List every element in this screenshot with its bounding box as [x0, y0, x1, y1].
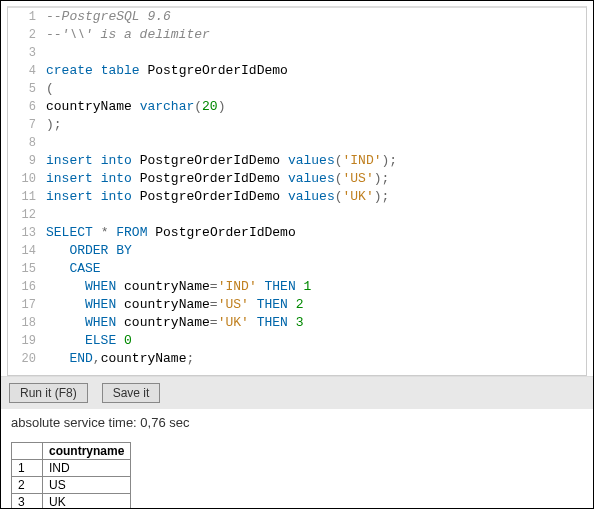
run-button[interactable]: Run it (F8) — [9, 383, 88, 403]
toolbar: Run it (F8) Save it — [1, 376, 593, 409]
code-line[interactable]: 18 WHEN countryName='UK' THEN 3 — [8, 314, 586, 332]
cell: IND — [43, 460, 131, 477]
table-row: 1IND — [12, 460, 131, 477]
save-button[interactable]: Save it — [102, 383, 161, 403]
line-number: 2 — [8, 26, 42, 44]
line-number: 1 — [8, 8, 42, 26]
code-line[interactable]: 14 ORDER BY — [8, 242, 586, 260]
code-content[interactable]: ); — [42, 116, 586, 134]
code-content[interactable]: countryName varchar(20) — [42, 98, 586, 116]
line-number: 17 — [8, 296, 42, 314]
code-line[interactable]: 11insert into PostgreOrderIdDemo values(… — [8, 188, 586, 206]
code-editor[interactable]: 1--PostgreSQL 9.62--'\\' is a delimiter3… — [7, 6, 587, 376]
line-number: 19 — [8, 332, 42, 350]
line-number: 15 — [8, 260, 42, 278]
line-number: 5 — [8, 80, 42, 98]
code-content[interactable]: insert into PostgreOrderIdDemo values('I… — [42, 152, 586, 170]
code-content[interactable]: WHEN countryName='US' THEN 2 — [42, 296, 586, 314]
code-line[interactable]: 12 — [8, 206, 586, 224]
code-content[interactable]: insert into PostgreOrderIdDemo values('U… — [42, 188, 586, 206]
rownum-header — [12, 443, 43, 460]
table-row: 3UK — [12, 494, 131, 510]
code-line[interactable]: 10insert into PostgreOrderIdDemo values(… — [8, 170, 586, 188]
code-line[interactable]: 8 — [8, 134, 586, 152]
line-number: 20 — [8, 350, 42, 368]
code-line[interactable]: 15 CASE — [8, 260, 586, 278]
code-line[interactable]: 9insert into PostgreOrderIdDemo values('… — [8, 152, 586, 170]
line-number: 4 — [8, 62, 42, 80]
code-line[interactable]: 3 — [8, 44, 586, 62]
code-content[interactable]: ELSE 0 — [42, 332, 586, 350]
line-number: 7 — [8, 116, 42, 134]
line-number: 3 — [8, 44, 42, 62]
code-line[interactable]: 13SELECT * FROM PostgreOrderIdDemo — [8, 224, 586, 242]
code-line[interactable]: 4create table PostgreOrderIdDemo — [8, 62, 586, 80]
code-content[interactable]: END,countryName; — [42, 350, 586, 368]
code-line[interactable]: 6countryName varchar(20) — [8, 98, 586, 116]
code-content[interactable]: WHEN countryName='IND' THEN 1 — [42, 278, 586, 296]
code-content[interactable]: insert into PostgreOrderIdDemo values('U… — [42, 170, 586, 188]
line-number: 14 — [8, 242, 42, 260]
line-number: 18 — [8, 314, 42, 332]
code-content[interactable] — [42, 134, 586, 152]
code-content[interactable]: --'\\' is a delimiter — [42, 26, 586, 44]
app-window: 1--PostgreSQL 9.62--'\\' is a delimiter3… — [0, 0, 594, 509]
status-text: absolute service time: 0,76 sec — [1, 409, 593, 436]
result-table: countryname1IND2US3UK — [11, 442, 131, 509]
code-content[interactable]: SELECT * FROM PostgreOrderIdDemo — [42, 224, 586, 242]
code-line[interactable]: 17 WHEN countryName='US' THEN 2 — [8, 296, 586, 314]
code-content[interactable]: create table PostgreOrderIdDemo — [42, 62, 586, 80]
code-content[interactable]: --PostgreSQL 9.6 — [42, 8, 586, 26]
table-header-row: countryname — [12, 443, 131, 460]
line-number: 12 — [8, 206, 42, 224]
code-line[interactable]: 19 ELSE 0 — [8, 332, 586, 350]
code-content[interactable]: ( — [42, 80, 586, 98]
code-content[interactable]: CASE — [42, 260, 586, 278]
row-number: 3 — [12, 494, 43, 510]
line-number: 9 — [8, 152, 42, 170]
line-number: 10 — [8, 170, 42, 188]
code-line[interactable]: 5( — [8, 80, 586, 98]
code-line[interactable]: 20 END,countryName; — [8, 350, 586, 368]
line-number: 16 — [8, 278, 42, 296]
line-number: 6 — [8, 98, 42, 116]
result-area: countryname1IND2US3UK — [1, 436, 593, 509]
code-content[interactable]: WHEN countryName='UK' THEN 3 — [42, 314, 586, 332]
line-number: 13 — [8, 224, 42, 242]
line-number: 8 — [8, 134, 42, 152]
code-content[interactable]: ORDER BY — [42, 242, 586, 260]
code-content[interactable] — [42, 206, 586, 224]
table-row: 2US — [12, 477, 131, 494]
column-header: countryname — [43, 443, 131, 460]
code-content[interactable] — [42, 44, 586, 62]
code-line[interactable]: 1--PostgreSQL 9.6 — [8, 8, 586, 26]
row-number: 1 — [12, 460, 43, 477]
cell: US — [43, 477, 131, 494]
line-number: 11 — [8, 188, 42, 206]
row-number: 2 — [12, 477, 43, 494]
code-line[interactable]: 7); — [8, 116, 586, 134]
cell: UK — [43, 494, 131, 510]
code-line[interactable]: 16 WHEN countryName='IND' THEN 1 — [8, 278, 586, 296]
code-line[interactable]: 2--'\\' is a delimiter — [8, 26, 586, 44]
